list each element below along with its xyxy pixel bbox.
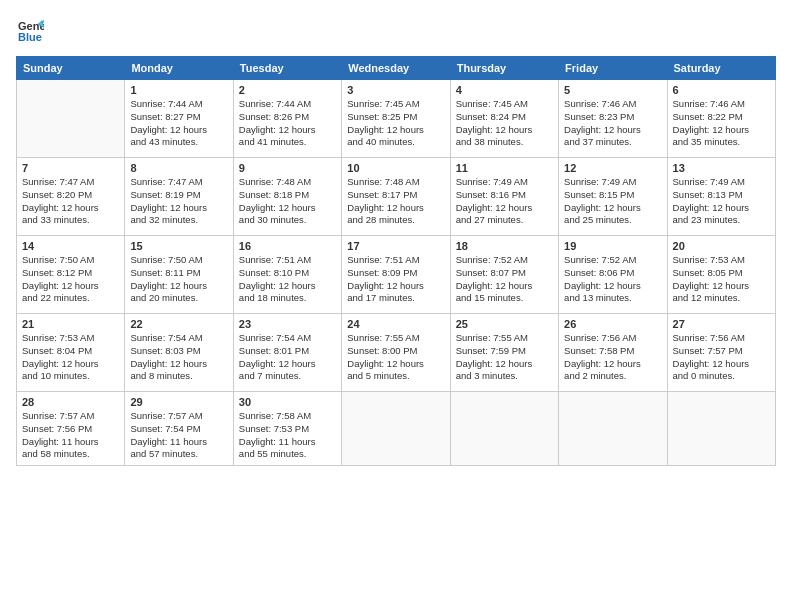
day-number: 18: [456, 240, 553, 252]
day-number: 11: [456, 162, 553, 174]
calendar-cell: 24Sunrise: 7:55 AMSunset: 8:00 PMDayligh…: [342, 314, 450, 392]
calendar-cell: 2Sunrise: 7:44 AMSunset: 8:26 PMDaylight…: [233, 80, 341, 158]
day-info: Sunrise: 7:51 AMSunset: 8:10 PMDaylight:…: [239, 254, 336, 305]
calendar-cell: 8Sunrise: 7:47 AMSunset: 8:19 PMDaylight…: [125, 158, 233, 236]
day-number: 27: [673, 318, 770, 330]
logo: General Blue: [16, 16, 46, 44]
day-info: Sunrise: 7:57 AMSunset: 7:56 PMDaylight:…: [22, 410, 119, 461]
day-info: Sunrise: 7:48 AMSunset: 8:18 PMDaylight:…: [239, 176, 336, 227]
day-number: 12: [564, 162, 661, 174]
calendar-cell: 17Sunrise: 7:51 AMSunset: 8:09 PMDayligh…: [342, 236, 450, 314]
day-number: 14: [22, 240, 119, 252]
calendar-cell: 13Sunrise: 7:49 AMSunset: 8:13 PMDayligh…: [667, 158, 775, 236]
calendar-cell: 22Sunrise: 7:54 AMSunset: 8:03 PMDayligh…: [125, 314, 233, 392]
day-info: Sunrise: 7:56 AMSunset: 7:58 PMDaylight:…: [564, 332, 661, 383]
calendar-header-row: SundayMondayTuesdayWednesdayThursdayFrid…: [17, 57, 776, 80]
calendar-cell: [342, 392, 450, 466]
calendar-cell: 5Sunrise: 7:46 AMSunset: 8:23 PMDaylight…: [559, 80, 667, 158]
day-number: 22: [130, 318, 227, 330]
calendar-cell: 9Sunrise: 7:48 AMSunset: 8:18 PMDaylight…: [233, 158, 341, 236]
svg-text:Blue: Blue: [18, 31, 42, 43]
calendar-cell: [667, 392, 775, 466]
day-number: 25: [456, 318, 553, 330]
day-number: 8: [130, 162, 227, 174]
calendar-week-2: 14Sunrise: 7:50 AMSunset: 8:12 PMDayligh…: [17, 236, 776, 314]
day-info: Sunrise: 7:46 AMSunset: 8:22 PMDaylight:…: [673, 98, 770, 149]
day-number: 29: [130, 396, 227, 408]
day-number: 19: [564, 240, 661, 252]
day-info: Sunrise: 7:48 AMSunset: 8:17 PMDaylight:…: [347, 176, 444, 227]
day-number: 28: [22, 396, 119, 408]
day-info: Sunrise: 7:44 AMSunset: 8:27 PMDaylight:…: [130, 98, 227, 149]
page: General Blue SundayMondayTuesdayWednesda…: [0, 0, 792, 612]
day-number: 17: [347, 240, 444, 252]
day-info: Sunrise: 7:51 AMSunset: 8:09 PMDaylight:…: [347, 254, 444, 305]
day-info: Sunrise: 7:47 AMSunset: 8:20 PMDaylight:…: [22, 176, 119, 227]
weekday-header-friday: Friday: [559, 57, 667, 80]
day-number: 10: [347, 162, 444, 174]
day-number: 7: [22, 162, 119, 174]
day-number: 6: [673, 84, 770, 96]
calendar-cell: 19Sunrise: 7:52 AMSunset: 8:06 PMDayligh…: [559, 236, 667, 314]
day-info: Sunrise: 7:49 AMSunset: 8:15 PMDaylight:…: [564, 176, 661, 227]
day-number: 24: [347, 318, 444, 330]
day-info: Sunrise: 7:57 AMSunset: 7:54 PMDaylight:…: [130, 410, 227, 461]
calendar-cell: 23Sunrise: 7:54 AMSunset: 8:01 PMDayligh…: [233, 314, 341, 392]
day-number: 3: [347, 84, 444, 96]
calendar-cell: 16Sunrise: 7:51 AMSunset: 8:10 PMDayligh…: [233, 236, 341, 314]
calendar-week-1: 7Sunrise: 7:47 AMSunset: 8:20 PMDaylight…: [17, 158, 776, 236]
calendar-cell: 3Sunrise: 7:45 AMSunset: 8:25 PMDaylight…: [342, 80, 450, 158]
day-info: Sunrise: 7:55 AMSunset: 8:00 PMDaylight:…: [347, 332, 444, 383]
weekday-header-tuesday: Tuesday: [233, 57, 341, 80]
day-info: Sunrise: 7:58 AMSunset: 7:53 PMDaylight:…: [239, 410, 336, 461]
calendar-cell: 28Sunrise: 7:57 AMSunset: 7:56 PMDayligh…: [17, 392, 125, 466]
day-info: Sunrise: 7:46 AMSunset: 8:23 PMDaylight:…: [564, 98, 661, 149]
day-number: 23: [239, 318, 336, 330]
day-info: Sunrise: 7:45 AMSunset: 8:25 PMDaylight:…: [347, 98, 444, 149]
calendar-week-3: 21Sunrise: 7:53 AMSunset: 8:04 PMDayligh…: [17, 314, 776, 392]
calendar-cell: 25Sunrise: 7:55 AMSunset: 7:59 PMDayligh…: [450, 314, 558, 392]
weekday-header-wednesday: Wednesday: [342, 57, 450, 80]
calendar-week-4: 28Sunrise: 7:57 AMSunset: 7:56 PMDayligh…: [17, 392, 776, 466]
calendar-cell: 11Sunrise: 7:49 AMSunset: 8:16 PMDayligh…: [450, 158, 558, 236]
calendar-table: SundayMondayTuesdayWednesdayThursdayFrid…: [16, 56, 776, 466]
calendar-cell: 1Sunrise: 7:44 AMSunset: 8:27 PMDaylight…: [125, 80, 233, 158]
day-info: Sunrise: 7:54 AMSunset: 8:03 PMDaylight:…: [130, 332, 227, 383]
calendar-cell: 14Sunrise: 7:50 AMSunset: 8:12 PMDayligh…: [17, 236, 125, 314]
day-number: 2: [239, 84, 336, 96]
day-number: 1: [130, 84, 227, 96]
day-number: 21: [22, 318, 119, 330]
day-number: 26: [564, 318, 661, 330]
day-info: Sunrise: 7:53 AMSunset: 8:04 PMDaylight:…: [22, 332, 119, 383]
day-number: 16: [239, 240, 336, 252]
weekday-header-monday: Monday: [125, 57, 233, 80]
calendar-cell: 27Sunrise: 7:56 AMSunset: 7:57 PMDayligh…: [667, 314, 775, 392]
day-info: Sunrise: 7:45 AMSunset: 8:24 PMDaylight:…: [456, 98, 553, 149]
day-info: Sunrise: 7:49 AMSunset: 8:13 PMDaylight:…: [673, 176, 770, 227]
header: General Blue: [16, 16, 776, 44]
weekday-header-thursday: Thursday: [450, 57, 558, 80]
day-info: Sunrise: 7:52 AMSunset: 8:07 PMDaylight:…: [456, 254, 553, 305]
day-info: Sunrise: 7:54 AMSunset: 8:01 PMDaylight:…: [239, 332, 336, 383]
day-number: 30: [239, 396, 336, 408]
calendar-cell: 6Sunrise: 7:46 AMSunset: 8:22 PMDaylight…: [667, 80, 775, 158]
calendar-week-0: 1Sunrise: 7:44 AMSunset: 8:27 PMDaylight…: [17, 80, 776, 158]
day-info: Sunrise: 7:50 AMSunset: 8:11 PMDaylight:…: [130, 254, 227, 305]
day-info: Sunrise: 7:47 AMSunset: 8:19 PMDaylight:…: [130, 176, 227, 227]
calendar-cell: [450, 392, 558, 466]
calendar-cell: 21Sunrise: 7:53 AMSunset: 8:04 PMDayligh…: [17, 314, 125, 392]
weekday-header-saturday: Saturday: [667, 57, 775, 80]
day-info: Sunrise: 7:44 AMSunset: 8:26 PMDaylight:…: [239, 98, 336, 149]
calendar-cell: 30Sunrise: 7:58 AMSunset: 7:53 PMDayligh…: [233, 392, 341, 466]
calendar-cell: [559, 392, 667, 466]
day-info: Sunrise: 7:52 AMSunset: 8:06 PMDaylight:…: [564, 254, 661, 305]
day-info: Sunrise: 7:53 AMSunset: 8:05 PMDaylight:…: [673, 254, 770, 305]
calendar-cell: 10Sunrise: 7:48 AMSunset: 8:17 PMDayligh…: [342, 158, 450, 236]
day-number: 15: [130, 240, 227, 252]
calendar-cell: 18Sunrise: 7:52 AMSunset: 8:07 PMDayligh…: [450, 236, 558, 314]
day-number: 20: [673, 240, 770, 252]
calendar-cell: 7Sunrise: 7:47 AMSunset: 8:20 PMDaylight…: [17, 158, 125, 236]
day-info: Sunrise: 7:56 AMSunset: 7:57 PMDaylight:…: [673, 332, 770, 383]
calendar-cell: 12Sunrise: 7:49 AMSunset: 8:15 PMDayligh…: [559, 158, 667, 236]
calendar-cell: 26Sunrise: 7:56 AMSunset: 7:58 PMDayligh…: [559, 314, 667, 392]
